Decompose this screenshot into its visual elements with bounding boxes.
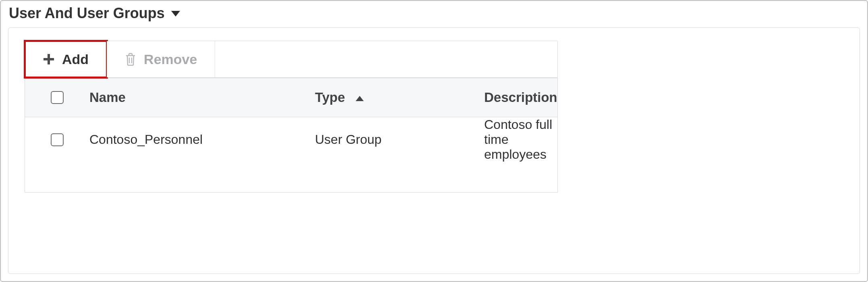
- svg-marker-0: [171, 11, 180, 17]
- table: Name Type Description: [25, 78, 558, 193]
- row-checkbox[interactable]: [51, 133, 64, 146]
- remove-button-label: Remove: [144, 52, 197, 67]
- cell-description: Contoso full time employees: [484, 117, 557, 162]
- trash-icon: [124, 52, 137, 66]
- add-button[interactable]: Add: [25, 41, 107, 77]
- toolbar: Add Remove: [25, 41, 558, 78]
- panel-body: Add Remove: [8, 27, 860, 274]
- table-body: Contoso_Personnel User Group Contoso ful…: [25, 117, 557, 192]
- svg-marker-3: [356, 96, 364, 101]
- panel-outer: User And User Groups Add: [0, 0, 868, 282]
- select-all-checkbox[interactable]: [51, 91, 64, 104]
- table-header: Name Type Description: [25, 78, 557, 117]
- right-gutter: [558, 41, 843, 193]
- panel-title: User And User Groups: [9, 5, 165, 22]
- sort-asc-icon: [355, 95, 364, 102]
- table-empty-space: [25, 156, 557, 192]
- toolbar-spacer: [215, 41, 557, 77]
- table-row[interactable]: Contoso_Personnel User Group Contoso ful…: [25, 117, 557, 156]
- add-button-label: Add: [62, 52, 89, 67]
- plus-icon: [43, 53, 55, 65]
- panel-header[interactable]: User And User Groups: [1, 1, 867, 26]
- cell-name: Contoso_Personnel: [89, 132, 315, 147]
- column-header-type[interactable]: Type: [315, 90, 484, 105]
- column-header-name[interactable]: Name: [89, 90, 315, 105]
- caret-down-icon: [170, 9, 181, 17]
- cell-type: User Group: [315, 132, 484, 147]
- remove-button[interactable]: Remove: [107, 41, 215, 77]
- column-header-description[interactable]: Description: [484, 90, 557, 105]
- svg-rect-2: [44, 58, 54, 60]
